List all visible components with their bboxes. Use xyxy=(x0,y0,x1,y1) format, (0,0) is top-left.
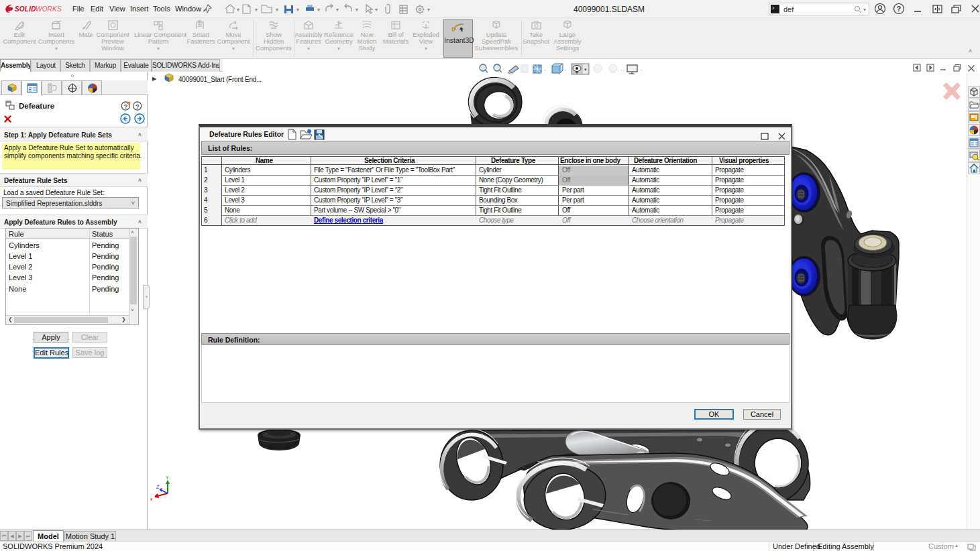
svg-text:x: x xyxy=(150,497,153,501)
svg-text:▾: ▾ xyxy=(584,67,587,72)
svg-text:▾: ▾ xyxy=(336,7,339,13)
svg-text:SOLID: SOLID xyxy=(15,5,36,13)
svg-text:▾: ▾ xyxy=(427,7,430,13)
svg-text:▾: ▾ xyxy=(276,7,278,13)
svg-text:WORKS: WORKS xyxy=(36,5,62,13)
svg-text:-: - xyxy=(620,66,622,72)
svg-text:▾: ▾ xyxy=(296,7,299,13)
svg-text:?: ? xyxy=(135,103,139,110)
svg-text:▾: ▾ xyxy=(356,7,358,13)
svg-text:Y: Y xyxy=(166,475,169,480)
svg-text:-: - xyxy=(641,66,643,72)
svg-text:Z: Z xyxy=(156,485,160,489)
svg-text:?: ? xyxy=(124,103,127,110)
svg-text:▾: ▾ xyxy=(255,7,258,13)
svg-text:-: - xyxy=(544,66,546,72)
svg-text:▾: ▾ xyxy=(317,7,320,13)
svg-text:▾: ▾ xyxy=(375,7,378,13)
svg-text:?: ? xyxy=(897,5,902,13)
svg-text:-: - xyxy=(565,66,567,72)
svg-text:▾: ▾ xyxy=(863,7,866,13)
svg-text:▾: ▾ xyxy=(237,7,239,13)
